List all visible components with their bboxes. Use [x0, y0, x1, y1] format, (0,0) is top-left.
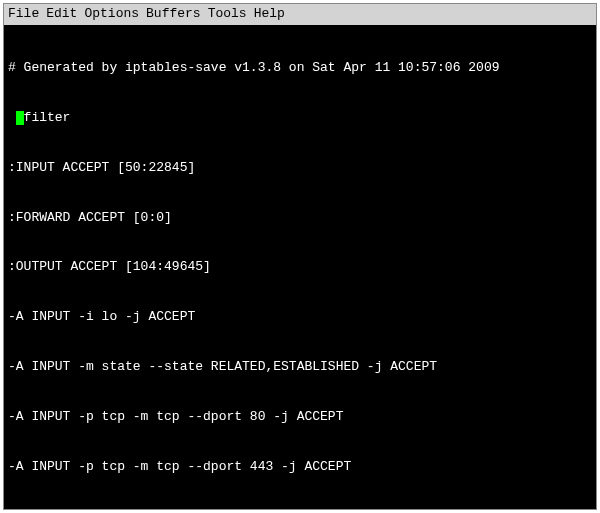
- menubar: File Edit Options Buffers Tools Help: [4, 4, 596, 25]
- line: -A INPUT -i lo -j ACCEPT: [8, 309, 592, 326]
- text-buffer[interactable]: # Generated by iptables-save v1.3.8 on S…: [4, 25, 596, 513]
- menu-tools[interactable]: Tools: [208, 6, 247, 23]
- menu-file[interactable]: File: [8, 6, 39, 23]
- line: -A INPUT -m state --state RELATED,ESTABL…: [8, 359, 592, 376]
- line: :OUTPUT ACCEPT [104:49645]: [8, 259, 592, 276]
- line: :INPUT ACCEPT [50:22845]: [8, 160, 592, 177]
- line: # Generated by iptables-save v1.3.8 on S…: [8, 60, 592, 77]
- line: :FORWARD ACCEPT [0:0]: [8, 210, 592, 227]
- menu-edit[interactable]: Edit: [46, 6, 77, 23]
- line: -A INPUT -p tcp -m tcp --dport 3306 -m s…: [8, 509, 592, 513]
- line: -A INPUT -p tcp -m tcp --dport 443 -j AC…: [8, 459, 592, 476]
- menu-help[interactable]: Help: [254, 6, 285, 23]
- menu-buffers[interactable]: Buffers: [146, 6, 201, 23]
- line: -A INPUT -p tcp -m tcp --dport 80 -j ACC…: [8, 409, 592, 426]
- cursor-icon: [16, 111, 24, 125]
- line: *filter: [8, 110, 592, 127]
- editor-frame: File Edit Options Buffers Tools Help # G…: [3, 3, 597, 510]
- menu-options[interactable]: Options: [84, 6, 139, 23]
